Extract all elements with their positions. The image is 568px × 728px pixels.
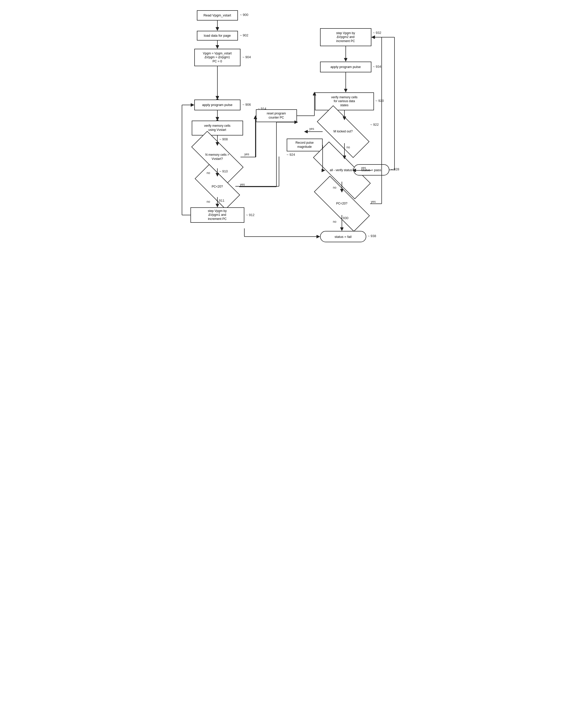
flowchart: Read Vpgm_vstart ~ 900 load data for pag… — [169, 5, 400, 300]
ref-930: ~ 930 — [340, 216, 349, 220]
ref-914: ~ 914 — [258, 107, 266, 111]
svg-text:yes: yes — [309, 127, 314, 131]
ref-932: ~ 932 — [373, 31, 381, 35]
init-vars-box: Vpgm = Vpgm_vstartΔVpgm = ΔVpgm1PC = 0 — [194, 49, 240, 66]
apply-pulse-934-box: apply program pulse — [320, 62, 371, 72]
ref-922: ~ 922 — [370, 123, 379, 127]
ref-908: ~ 908 — [219, 137, 228, 141]
m-locked-diamond: M locked out? — [317, 120, 369, 143]
svg-marker-3 — [216, 46, 218, 48]
svg-marker-1 — [216, 27, 218, 30]
pc-lt-20-930-diamond: PC<20? — [314, 192, 370, 215]
ref-938: ~ 938 — [368, 234, 376, 238]
read-vpgm-box: Read Vpgm_vstart — [197, 10, 238, 21]
step-vpgm2-box: step Vpgm byΔVpgm2 andincrement PC — [320, 28, 371, 46]
step-vpgm1-box: step Vpgm byΔVpgm1 andincrement PC — [190, 207, 244, 223]
record-pulse-box: Record pulsemagnitude — [287, 139, 323, 151]
load-data-box: load data for page — [197, 31, 238, 41]
pc-lt-20-911-diamond: PC<20? — [196, 177, 239, 197]
svg-text:yes: yes — [240, 183, 245, 186]
svg-text:no: no — [207, 200, 210, 203]
ref-924: ~ 924 — [287, 153, 295, 157]
n-cells-diamond: N memory cells >Vvstart? — [192, 146, 243, 168]
ref-912: ~ 912 — [246, 213, 255, 217]
ref-900: ~ 900 — [240, 13, 248, 17]
reset-counter-box: reset programcounter PC — [256, 109, 297, 122]
ref-928: ~ 928 — [391, 167, 399, 171]
status-fail-box: status = fail — [320, 231, 366, 242]
svg-text:yes: yes — [244, 152, 249, 156]
verify-vvstart-box: verify memory cellsusing Vvstart — [192, 121, 243, 135]
svg-text:no: no — [333, 220, 336, 224]
status-pass-box: status = pass — [353, 164, 389, 176]
ref-904: ~ 904 — [243, 55, 251, 59]
ref-906: ~ 906 — [243, 103, 251, 106]
ref-920: ~ 920 — [376, 99, 384, 103]
svg-text:yes: yes — [371, 200, 376, 203]
ref-910: ~ 910 — [219, 169, 228, 173]
ref-911: ~ 911 — [216, 199, 225, 202]
verify-various-box: verify memory cellsfor various datastate… — [315, 92, 374, 110]
ref-934: ~ 934 — [373, 65, 381, 69]
ref-902: ~ 902 — [240, 33, 248, 37]
apply-pulse-906-box: apply program pulse — [194, 100, 240, 110]
